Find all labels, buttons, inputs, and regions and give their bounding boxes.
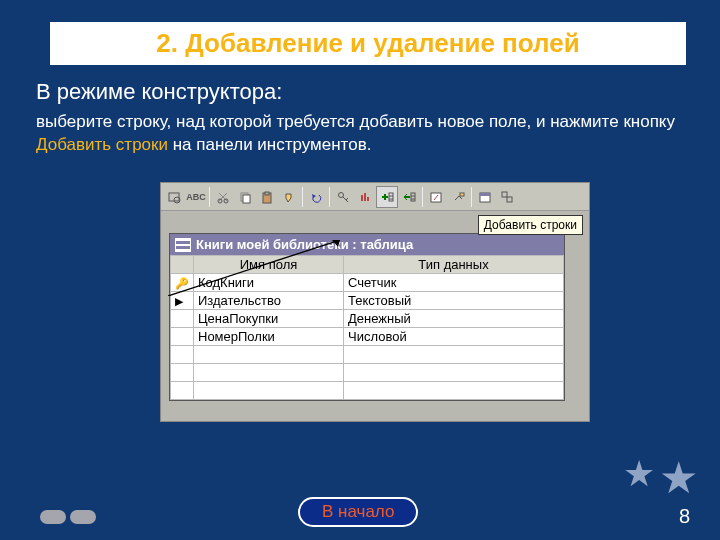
row-selector[interactable]: [171, 364, 194, 382]
field-type-cell[interactable]: [344, 364, 564, 382]
field-type-cell[interactable]: Числовой: [344, 328, 564, 346]
toolbar-delete-rows-icon[interactable]: [398, 186, 420, 208]
table-row[interactable]: [171, 364, 564, 382]
slide-subtitle: В режиме конструктора:: [36, 79, 720, 105]
row-selector[interactable]: [171, 310, 194, 328]
svg-rect-14: [480, 193, 490, 196]
datasheet-icon: [176, 239, 190, 251]
nav-pills[interactable]: [40, 510, 96, 524]
tooltip-insert-rows: Добавить строки: [478, 215, 583, 235]
primary-key-icon: 🔑: [175, 277, 189, 289]
field-name-cell[interactable]: [194, 364, 344, 382]
table-row[interactable]: ЦенаПокупкиДенежный: [171, 310, 564, 328]
column-header-type: Тип данных: [344, 256, 564, 274]
decorative-stars: ★ ★: [623, 456, 698, 500]
svg-rect-7: [265, 192, 269, 195]
field-type-cell[interactable]: Счетчик: [344, 274, 564, 292]
field-name-cell[interactable]: [194, 346, 344, 364]
table-row[interactable]: [171, 382, 564, 400]
toolbar-cut-icon[interactable]: [212, 186, 234, 208]
page-number: 8: [679, 505, 690, 528]
toolbar-separator: [329, 187, 330, 207]
svg-point-8: [339, 192, 344, 197]
row-selector[interactable]: [171, 382, 194, 400]
toolbar-separator: [302, 187, 303, 207]
body-text-pre: выберите строку, над которой требуется д…: [36, 112, 675, 131]
svg-rect-10: [411, 193, 415, 201]
toolbar-spellcheck-icon[interactable]: ABC: [185, 186, 207, 208]
field-grid[interactable]: Имя поля Тип данных 🔑КодКнигиСчетчик▶Изд…: [170, 255, 564, 400]
toolbar-database-window-icon[interactable]: [474, 186, 496, 208]
toolbar-new-object-icon[interactable]: [496, 186, 518, 208]
table-row[interactable]: НомерПолкиЧисловой: [171, 328, 564, 346]
home-button[interactable]: В начало: [298, 497, 418, 527]
body-text-highlight: Добавить строки: [36, 135, 168, 154]
toolbar-print-preview-icon[interactable]: [163, 186, 185, 208]
toolbar-paste-icon[interactable]: [256, 186, 278, 208]
field-type-cell[interactable]: [344, 382, 564, 400]
window-titlebar: Книги моей библиотеки : таблица: [170, 234, 564, 255]
field-name-cell[interactable]: [194, 382, 344, 400]
column-header-name: Имя поля: [194, 256, 344, 274]
slide-title: 2. Добавление и удаление полей: [60, 28, 676, 59]
svg-rect-16: [507, 197, 512, 202]
row-selector[interactable]: ▶: [171, 292, 194, 310]
current-row-icon: ▶: [175, 295, 183, 307]
svg-rect-15: [502, 192, 507, 197]
toolbar: ABC: [161, 183, 589, 211]
toolbar-undo-icon[interactable]: [305, 186, 327, 208]
toolbar-properties-icon[interactable]: [425, 186, 447, 208]
star-icon: ★: [623, 456, 655, 500]
table-row[interactable]: [171, 346, 564, 364]
toolbar-primary-key-icon[interactable]: [332, 186, 354, 208]
field-type-cell[interactable]: Текстовый: [344, 292, 564, 310]
svg-rect-9: [389, 193, 393, 201]
field-name-cell[interactable]: НомерПолки: [194, 328, 344, 346]
field-type-cell[interactable]: Денежный: [344, 310, 564, 328]
toolbar-format-painter-icon[interactable]: [278, 186, 300, 208]
access-screenshot: ABC Добавить строки Книги моей библиотек…: [160, 182, 590, 422]
row-selector[interactable]: [171, 346, 194, 364]
toolbar-separator: [209, 187, 210, 207]
field-name-cell[interactable]: Издательство: [194, 292, 344, 310]
toolbar-copy-icon[interactable]: [234, 186, 256, 208]
row-selector[interactable]: [171, 328, 194, 346]
toolbar-separator: [471, 187, 472, 207]
toolbar-separator: [422, 187, 423, 207]
svg-rect-5: [243, 195, 250, 203]
toolbar-indexes-icon[interactable]: [354, 186, 376, 208]
table-row[interactable]: 🔑КодКнигиСчетчик: [171, 274, 564, 292]
field-name-cell[interactable]: КодКниги: [194, 274, 344, 292]
field-type-cell[interactable]: [344, 346, 564, 364]
nav-next-icon[interactable]: [70, 510, 96, 524]
table-row[interactable]: ▶ИздательствоТекстовый: [171, 292, 564, 310]
body-text-post: на панели инструментов.: [168, 135, 371, 154]
toolbar-insert-rows-icon[interactable]: [376, 186, 398, 208]
star-icon: ★: [659, 456, 698, 500]
window-title-text: Книги моей библиотеки : таблица: [196, 237, 413, 252]
svg-rect-12: [460, 193, 464, 196]
slide-title-box: 2. Добавление и удаление полей: [50, 22, 686, 65]
slide-body: выберите строку, над которой требуется д…: [36, 111, 684, 157]
toolbar-build-icon[interactable]: [447, 186, 469, 208]
table-design-window: Книги моей библиотеки : таблица Имя поля…: [169, 233, 565, 401]
nav-prev-icon[interactable]: [40, 510, 66, 524]
field-name-cell[interactable]: ЦенаПокупки: [194, 310, 344, 328]
selector-header: [171, 256, 194, 274]
row-selector[interactable]: 🔑: [171, 274, 194, 292]
